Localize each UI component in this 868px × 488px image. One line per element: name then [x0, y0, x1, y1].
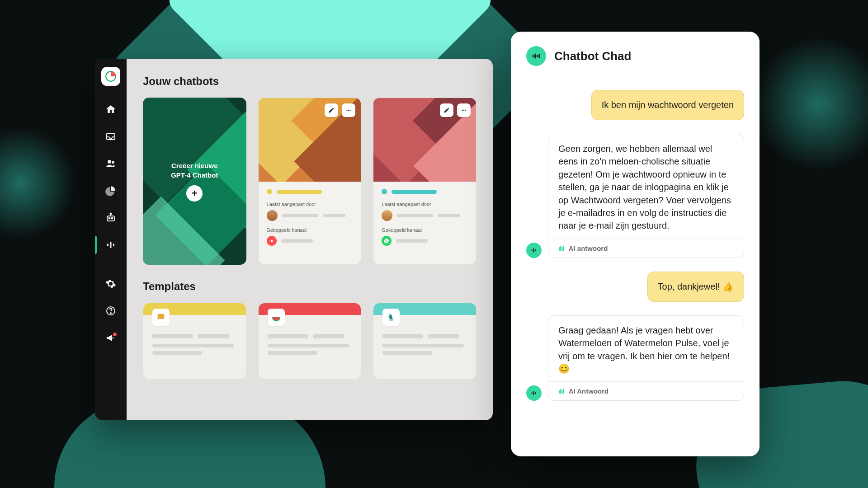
message-bot-1: Geen zorgen, we hebben allemaal wel eens… [526, 134, 744, 258]
template-card-2[interactable] [258, 303, 362, 380]
chatbot-card-2[interactable]: Laatst aangepast door Gekoppeld kanaal [373, 98, 476, 265]
card-artwork [259, 98, 361, 182]
bot-bubble-text: Geen zorgen, we hebben allemaal wel eens… [548, 134, 744, 239]
user-bubble: Top, dankjewel! 👍 [647, 272, 744, 302]
create-line2: GPT-4 Chatbot [171, 170, 218, 180]
bot-avatar-small [526, 243, 542, 258]
nav-pulse[interactable] [95, 233, 127, 257]
message-user-2: Top, dankjewel! 👍 [526, 272, 744, 302]
sidebar [95, 59, 127, 420]
skeleton-line [281, 239, 313, 243]
skeleton-line [428, 334, 459, 338]
editor-avatar [382, 210, 392, 221]
skeleton-line [382, 334, 423, 338]
chatbots-heading: Jouw chatbots [143, 75, 476, 88]
card-artwork [373, 98, 476, 182]
chat-window: Chatbot Chad Ik ben mijn wachtwoord verg… [511, 32, 760, 456]
svg-rect-23 [539, 54, 540, 58]
svg-point-2 [108, 160, 111, 164]
knight-icon [382, 309, 400, 326]
svg-rect-27 [532, 392, 533, 394]
nav-analytics[interactable] [95, 179, 127, 202]
ai-answer-label: AI Antwoord [569, 387, 609, 395]
chat-title: Chatbot Chad [554, 49, 631, 63]
channel-label: Gekoppeld kanaal [382, 227, 468, 233]
bot-avatar-small [526, 385, 542, 401]
skeleton-line [313, 334, 344, 338]
skeleton-line [282, 214, 318, 217]
ai-answer-label: AI antwoord [569, 244, 608, 252]
skeleton-line [268, 351, 317, 355]
more-button[interactable] [342, 103, 355, 117]
skeleton-line [382, 344, 464, 347]
skeleton-line [152, 351, 202, 355]
pulse-icon: ılıl [558, 244, 564, 252]
template-card-1[interactable] [143, 303, 246, 380]
skeleton-line [152, 344, 234, 347]
nav-contacts[interactable] [95, 152, 127, 175]
app-window: Jouw chatbots Creëer nieuwe GPT-4 Chatbo… [95, 59, 493, 420]
svg-rect-22 [537, 55, 538, 57]
notification-dot [113, 333, 117, 336]
chat-icon [152, 309, 170, 326]
status-dot [382, 189, 387, 194]
svg-point-14 [348, 110, 349, 111]
skeleton-line [438, 214, 460, 217]
status-bar [277, 190, 322, 194]
plus-icon: + [186, 185, 203, 202]
edit-button[interactable] [440, 103, 453, 117]
nav-settings[interactable] [95, 272, 127, 296]
bg-glow-right [750, 36, 868, 172]
svg-rect-28 [533, 391, 534, 395]
status-dot [267, 189, 272, 194]
create-line1: Creëer nieuwe [171, 161, 218, 170]
app-logo[interactable] [101, 67, 120, 86]
bg-glow-left [0, 127, 77, 239]
template-card-3[interactable] [373, 303, 476, 380]
more-button[interactable] [457, 103, 471, 117]
svg-point-16 [270, 240, 273, 242]
nav-inbox[interactable] [95, 125, 127, 148]
svg-point-18 [463, 110, 464, 111]
svg-point-6 [112, 218, 113, 219]
channel-icon [267, 236, 277, 246]
svg-rect-24 [532, 249, 533, 251]
pulse-icon: ılıl [558, 387, 564, 395]
svg-point-5 [109, 218, 110, 219]
main-content: Jouw chatbots Creëer nieuwe GPT-4 Chatbo… [127, 59, 493, 420]
nav-announcements[interactable] [95, 326, 127, 350]
create-chatbot-card[interactable]: Creëer nieuwe GPT-4 Chatbot + [143, 98, 246, 265]
skeleton-line [323, 214, 345, 217]
svg-rect-21 [534, 54, 536, 59]
templates-heading: Templates [143, 280, 476, 293]
nav-bot[interactable] [95, 206, 127, 230]
edited-by-label: Laatst aangepast door [267, 202, 353, 207]
skeleton-line [268, 334, 308, 338]
ai-answer-footer: ılıl AI antwoord [548, 239, 744, 258]
skeleton-line [198, 334, 229, 338]
bot-bubble-text: Graag gedaan! Als je vragen hebt over Wa… [548, 316, 744, 382]
skeleton-line [152, 334, 193, 338]
skeleton-line [396, 239, 428, 243]
watermelon-icon [268, 309, 285, 326]
message-bot-2: Graag gedaan! Als je vragen hebt over Wa… [526, 315, 744, 401]
chatbot-card-1[interactable]: Laatst aangepast door Gekoppeld kanaal [258, 98, 362, 265]
edit-button[interactable] [325, 103, 338, 117]
bot-avatar [526, 46, 546, 66]
skeleton-line [397, 214, 433, 217]
chat-body: Ik ben mijn wachtwoord vergeten Geen zor… [526, 76, 744, 442]
whatsapp-icon [382, 236, 392, 246]
svg-point-3 [112, 161, 114, 164]
nav-home[interactable] [95, 98, 127, 121]
svg-rect-29 [535, 392, 536, 394]
svg-rect-20 [533, 55, 534, 57]
status-bar [392, 190, 437, 194]
edited-by-label: Laatst aangepast door [382, 202, 468, 207]
message-user-1: Ik ben mijn wachtwoord vergeten [526, 90, 744, 120]
svg-point-15 [350, 110, 351, 111]
svg-rect-4 [107, 216, 114, 221]
nav-help[interactable] [95, 299, 127, 323]
svg-point-7 [110, 213, 112, 215]
user-bubble: Ik ben mijn wachtwoord vergeten [591, 90, 744, 120]
svg-point-17 [462, 110, 462, 111]
